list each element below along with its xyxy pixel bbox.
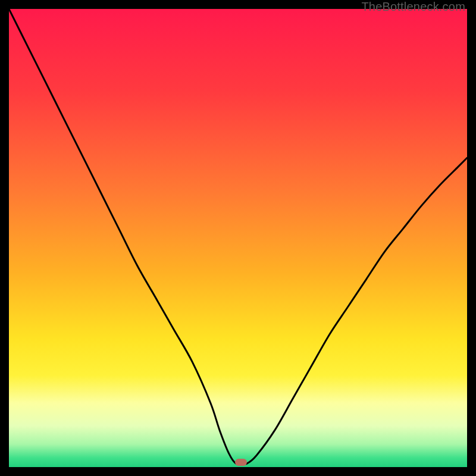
plot-area (9, 9, 467, 467)
bottleneck-curve (9, 9, 467, 467)
watermark-text: TheBottleneck.com (361, 0, 465, 14)
optimal-marker (235, 459, 247, 466)
chart-frame: TheBottleneck.com (0, 0, 476, 476)
